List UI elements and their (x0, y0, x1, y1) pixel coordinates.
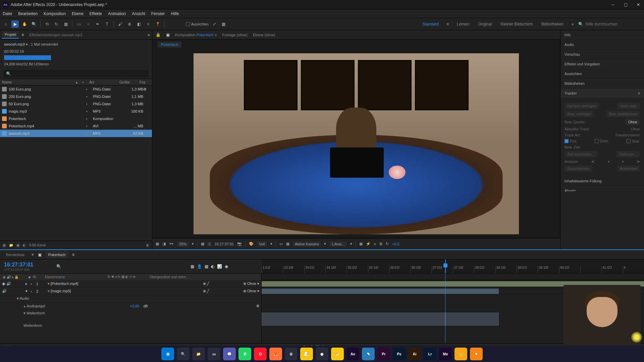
label-icon[interactable]: ▪ (86, 95, 93, 99)
workspace-original[interactable]: Original (475, 22, 495, 26)
zoom-dropdown[interactable]: 25% (177, 241, 189, 247)
col-art[interactable]: Art (87, 80, 117, 84)
lock-icon[interactable]: 🔒 (156, 33, 161, 37)
panel-content-fill[interactable]: Inhaltsbasierte Füllung (560, 176, 644, 186)
timeline-icon[interactable]: ≡ (374, 242, 376, 246)
reset-exposure-icon[interactable]: ↻ (386, 242, 389, 246)
tab-overflow-icon[interactable]: » (148, 33, 150, 37)
ellipse-tool-icon[interactable]: ○ (85, 20, 92, 28)
label-icon[interactable]: ▪ (86, 131, 93, 135)
taskbar-teams[interactable]: 💬 (223, 348, 236, 360)
graph-icon[interactable]: 📊 (217, 264, 222, 269)
tab-pokertisch[interactable]: Pokertisch (46, 251, 68, 258)
menu-animation[interactable]: Animation (108, 11, 126, 16)
comp-icon[interactable]: ▣ (16, 243, 19, 247)
menu-fenster[interactable]: Fenster (151, 11, 165, 16)
panel-audio[interactable]: Audio (560, 40, 644, 50)
panel-menu-icon[interactable]: ≡ (638, 91, 640, 95)
workspace-standard[interactable]: Standard (419, 22, 442, 26)
comp-mini-icon[interactable]: ▦ (191, 264, 194, 269)
taskbar-editor[interactable]: ✎ (362, 348, 375, 360)
frame-blend-icon[interactable]: ▦ (205, 264, 208, 269)
mask-icon[interactable]: 👓 (169, 242, 174, 246)
playhead[interactable] (445, 259, 446, 273)
puppet-tool-icon[interactable]: 📍 (154, 20, 161, 28)
project-search[interactable]: 🔍 (3, 70, 149, 77)
chevron-down-icon[interactable]: ▾ (270, 242, 272, 246)
color-mgmt-icon[interactable]: 🎨 (249, 242, 254, 246)
dropdown-icon[interactable]: ▾ (26, 42, 28, 46)
menu-bearbeiten[interactable]: Bearbeiten (18, 11, 38, 16)
bit-depth[interactable]: 8-Bit-Kanal (29, 243, 46, 247)
project-item[interactable]: 100 Euro.png▪PNG-Datei1,3 MB⚙ (0, 85, 152, 93)
taskbar-me[interactable]: Me (439, 348, 452, 360)
roto-tool-icon[interactable]: ✧ (145, 20, 152, 28)
timeline-timecode-area[interactable]: 16:27:37:01 177711 (29.97 fps) (0, 259, 54, 273)
taskbar-notes[interactable]: 📝 (300, 348, 313, 360)
taskbar-search[interactable]: 🔍 (177, 348, 190, 360)
sort-icon[interactable]: ▴ (74, 80, 80, 84)
workspace-bibliotheken[interactable]: Bibliotheken (538, 22, 567, 26)
alpha-icon[interactable]: ▦ (156, 242, 159, 246)
taskbar-ae[interactable]: Ae (346, 348, 359, 360)
stamp-tool-icon[interactable]: ⊕ (126, 20, 133, 28)
draft-icon[interactable]: ▦ (201, 242, 204, 246)
chevron-down-icon[interactable]: ▾ (350, 242, 352, 246)
taskbar-whatsapp[interactable]: ✆ (238, 348, 251, 360)
timeline-timecode[interactable]: 16:27:37:01 (4, 262, 50, 268)
snap-opts-icon[interactable]: ⤢ (211, 20, 218, 28)
tab-renderliste[interactable]: Renderliste (3, 251, 28, 258)
layer-audio[interactable]: ▾ Audio (0, 295, 261, 302)
taskbar-opera[interactable]: O (254, 348, 267, 360)
taskbar-explorer[interactable]: 📁 (192, 348, 205, 360)
col-fra[interactable]: Fra (138, 80, 147, 84)
hand-tool-icon[interactable]: ✋ (21, 20, 28, 28)
taskbar-ps[interactable]: Ps (393, 348, 406, 360)
project-item[interactable]: swoosh.mp3▪MP352 KB (0, 130, 152, 137)
help-search-input[interactable] (585, 22, 642, 26)
taskbar-app1[interactable]: 👑 (454, 348, 467, 360)
panel-ausrichten[interactable]: Ausrichten (560, 69, 644, 79)
rect-tool-icon[interactable]: ▭ (75, 20, 83, 28)
tab-menu-icon[interactable]: ≡ (21, 33, 24, 37)
timeline-ruler[interactable]: 1:01f33:16f34:01f34:16f35:01f35:16f36:01… (262, 259, 644, 273)
brush-tool-icon[interactable]: 🖌 (116, 20, 124, 28)
home-tool-icon[interactable]: ⌂ (2, 20, 9, 28)
text-tool-icon[interactable]: T (103, 20, 111, 28)
panel-info[interactable]: Info (560, 30, 644, 40)
close-button[interactable]: ✕ (635, 2, 641, 8)
pen-tool-icon[interactable]: ✒ (94, 20, 101, 28)
fast-preview-icon[interactable]: ⚡ (366, 242, 371, 246)
exposure-value[interactable]: +0,0 (392, 242, 399, 246)
menu-effekte[interactable]: Effekte (90, 11, 102, 16)
playhead-line[interactable] (445, 274, 445, 343)
viewer[interactable] (152, 50, 560, 238)
chevron-down-icon[interactable]: ▾ (324, 242, 326, 246)
res-icon[interactable]: ◨ (162, 242, 166, 246)
taskbar-taskview[interactable]: ▭ (208, 348, 220, 360)
panel-bibliotheken[interactable]: Bibliotheken (560, 79, 644, 88)
layer-wellenform[interactable]: ▾ Wellenform (0, 310, 261, 317)
label-icon[interactable]: ▪ (86, 109, 93, 113)
motion-blur-icon[interactable]: ◐ (211, 264, 214, 269)
label-icon[interactable]: ▪ (86, 124, 93, 128)
snap-grid-icon[interactable]: ▦ (220, 20, 227, 28)
col-groesse[interactable]: Größe (117, 80, 138, 84)
menu-ansicht[interactable]: Ansicht (132, 11, 145, 16)
layer-audiopegel[interactable]: ⬥ Audiopegel +0,00dB ⊕ (0, 302, 261, 310)
project-item[interactable]: Pokertisch▪Komposition (0, 115, 152, 122)
taskbar-firefox[interactable]: 🦊 (269, 348, 282, 360)
trash-icon[interactable]: 🗑 (146, 243, 149, 247)
layer-row-2[interactable]: 🔊 ▾ ▪ 2 ▾ [magic.mp3] ⊕ ╱ ⊕ Ohne ▾ (0, 288, 261, 295)
taskbar-app2[interactable]: ▼ (470, 348, 483, 360)
taskbar-ai[interactable]: Ai (408, 348, 421, 360)
workspace-overflow-icon[interactable]: » (569, 20, 576, 28)
tab-komposition[interactable]: Komposition Pokertisch ≡ (175, 33, 217, 37)
roi-icon[interactable]: ▭ (279, 242, 283, 246)
tab-footage[interactable]: Footage (ohne) (222, 33, 247, 37)
taskbar-files[interactable]: 📂 (331, 348, 344, 360)
clip-audio[interactable] (262, 289, 499, 294)
adjust-icon[interactable]: ◐ (23, 243, 26, 247)
camera-tool-icon[interactable]: ▦ (62, 20, 69, 28)
close-tab-icon[interactable]: × (32, 252, 34, 257)
